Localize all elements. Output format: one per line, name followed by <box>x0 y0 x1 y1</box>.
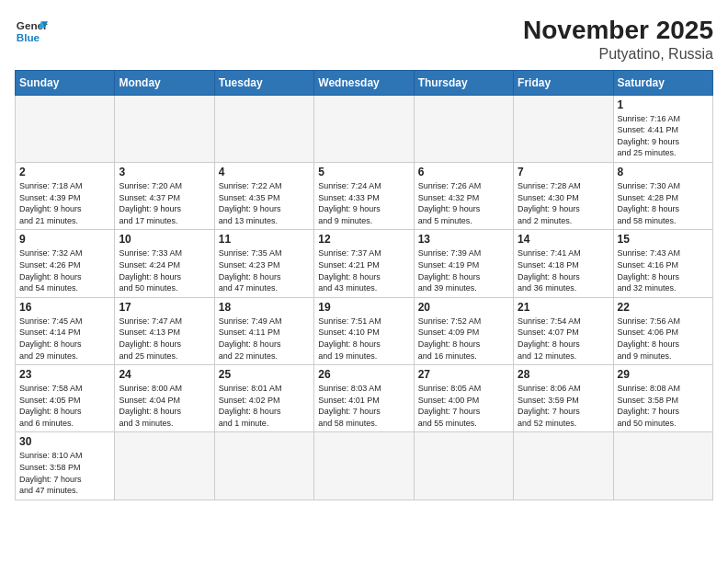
day-info: Sunrise: 7:58 AM Sunset: 4:05 PM Dayligh… <box>19 383 110 429</box>
day-info: Sunrise: 7:49 AM Sunset: 4:11 PM Dayligh… <box>219 316 310 362</box>
day-number: 4 <box>219 166 310 178</box>
day-number: 30 <box>19 435 110 448</box>
calendar-week-row: 1Sunrise: 7:16 AM Sunset: 4:41 PM Daylig… <box>16 95 713 162</box>
table-row: 21Sunrise: 7:54 AM Sunset: 4:07 PM Dayli… <box>514 297 613 364</box>
day-number: 24 <box>119 368 210 381</box>
day-info: Sunrise: 7:20 AM Sunset: 4:37 PM Dayligh… <box>119 180 210 226</box>
table-row <box>414 432 513 500</box>
day-info: Sunrise: 8:08 AM Sunset: 3:58 PM Dayligh… <box>618 383 709 429</box>
table-row <box>514 432 613 500</box>
day-number: 2 <box>19 166 110 178</box>
day-number: 3 <box>119 166 210 178</box>
day-info: Sunrise: 7:37 AM Sunset: 4:21 PM Dayligh… <box>318 247 409 293</box>
day-number: 29 <box>618 368 709 381</box>
day-number: 14 <box>518 233 609 246</box>
svg-text:Blue: Blue <box>17 31 40 43</box>
day-number: 10 <box>119 233 210 246</box>
table-row: 13Sunrise: 7:39 AM Sunset: 4:19 PM Dayli… <box>414 230 513 297</box>
day-number: 8 <box>618 166 709 178</box>
day-info: Sunrise: 8:00 AM Sunset: 4:04 PM Dayligh… <box>119 383 210 429</box>
day-number: 20 <box>418 301 509 314</box>
calendar-week-row: 16Sunrise: 7:45 AM Sunset: 4:14 PM Dayli… <box>16 297 713 364</box>
day-number: 1 <box>618 98 709 111</box>
calendar-week-row: 23Sunrise: 7:58 AM Sunset: 4:05 PM Dayli… <box>16 365 713 432</box>
table-row: 14Sunrise: 7:41 AM Sunset: 4:18 PM Dayli… <box>514 230 613 297</box>
table-row <box>214 95 313 162</box>
day-info: Sunrise: 7:33 AM Sunset: 4:24 PM Dayligh… <box>119 247 210 293</box>
header-saturday: Saturday <box>613 70 712 95</box>
calendar-week-row: 9Sunrise: 7:32 AM Sunset: 4:26 PM Daylig… <box>16 230 713 297</box>
table-row: 12Sunrise: 7:37 AM Sunset: 4:21 PM Dayli… <box>314 230 414 297</box>
day-info: Sunrise: 8:03 AM Sunset: 4:01 PM Dayligh… <box>318 383 409 429</box>
day-info: Sunrise: 7:32 AM Sunset: 4:26 PM Dayligh… <box>19 247 110 293</box>
day-info: Sunrise: 7:30 AM Sunset: 4:28 PM Dayligh… <box>618 180 709 226</box>
day-number: 19 <box>318 301 409 314</box>
day-info: Sunrise: 7:47 AM Sunset: 4:13 PM Dayligh… <box>119 316 210 362</box>
table-row <box>514 95 613 162</box>
day-info: Sunrise: 7:22 AM Sunset: 4:35 PM Dayligh… <box>219 180 310 226</box>
table-row <box>613 432 712 500</box>
calendar-week-row: 30Sunrise: 8:10 AM Sunset: 3:58 PM Dayli… <box>16 432 713 500</box>
calendar-title: November 2025 <box>523 15 713 46</box>
table-row: 27Sunrise: 8:05 AM Sunset: 4:00 PM Dayli… <box>414 365 513 432</box>
table-row: 15Sunrise: 7:43 AM Sunset: 4:16 PM Dayli… <box>613 230 712 297</box>
day-number: 11 <box>219 233 310 246</box>
day-info: Sunrise: 7:51 AM Sunset: 4:10 PM Dayligh… <box>318 316 409 362</box>
table-row: 24Sunrise: 8:00 AM Sunset: 4:04 PM Dayli… <box>115 365 214 432</box>
header-monday: Monday <box>115 70 214 95</box>
table-row <box>115 95 214 162</box>
day-info: Sunrise: 7:45 AM Sunset: 4:14 PM Dayligh… <box>19 316 110 362</box>
day-number: 16 <box>19 301 110 314</box>
day-number: 9 <box>19 233 110 246</box>
table-row <box>16 95 115 162</box>
table-row <box>314 95 414 162</box>
table-row: 7Sunrise: 7:28 AM Sunset: 4:30 PM Daylig… <box>514 162 613 229</box>
day-number: 15 <box>618 233 709 246</box>
table-row: 6Sunrise: 7:26 AM Sunset: 4:32 PM Daylig… <box>414 162 513 229</box>
day-info: Sunrise: 8:01 AM Sunset: 4:02 PM Dayligh… <box>219 383 310 429</box>
calendar-table: Sunday Monday Tuesday Wednesday Thursday… <box>15 70 713 500</box>
table-row: 18Sunrise: 7:49 AM Sunset: 4:11 PM Dayli… <box>214 297 313 364</box>
header-wednesday: Wednesday <box>314 70 414 95</box>
day-number: 28 <box>518 368 609 381</box>
day-number: 13 <box>418 233 509 246</box>
day-info: Sunrise: 7:35 AM Sunset: 4:23 PM Dayligh… <box>219 247 310 293</box>
day-info: Sunrise: 7:56 AM Sunset: 4:06 PM Dayligh… <box>618 316 709 362</box>
day-number: 26 <box>318 368 409 381</box>
day-info: Sunrise: 7:24 AM Sunset: 4:33 PM Dayligh… <box>318 180 409 226</box>
day-info: Sunrise: 8:10 AM Sunset: 3:58 PM Dayligh… <box>19 450 110 496</box>
day-number: 25 <box>219 368 310 381</box>
calendar-subtitle: Putyatino, Russia <box>523 46 713 63</box>
table-row: 4Sunrise: 7:22 AM Sunset: 4:35 PM Daylig… <box>214 162 313 229</box>
table-row <box>414 95 513 162</box>
day-number: 12 <box>318 233 409 246</box>
table-row: 22Sunrise: 7:56 AM Sunset: 4:06 PM Dayli… <box>613 297 712 364</box>
table-row: 20Sunrise: 7:52 AM Sunset: 4:09 PM Dayli… <box>414 297 513 364</box>
weekday-header-row: Sunday Monday Tuesday Wednesday Thursday… <box>16 70 713 95</box>
day-info: Sunrise: 7:41 AM Sunset: 4:18 PM Dayligh… <box>518 247 609 293</box>
table-row <box>314 432 414 500</box>
header-thursday: Thursday <box>414 70 513 95</box>
table-row: 28Sunrise: 8:06 AM Sunset: 3:59 PM Dayli… <box>514 365 613 432</box>
day-number: 23 <box>19 368 110 381</box>
logo-icon: General Blue <box>15 15 48 48</box>
table-row: 29Sunrise: 8:08 AM Sunset: 3:58 PM Dayli… <box>613 365 712 432</box>
day-info: Sunrise: 8:05 AM Sunset: 4:00 PM Dayligh… <box>418 383 509 429</box>
header-friday: Friday <box>514 70 613 95</box>
day-number: 22 <box>618 301 709 314</box>
day-number: 21 <box>518 301 609 314</box>
table-row: 25Sunrise: 8:01 AM Sunset: 4:02 PM Dayli… <box>214 365 313 432</box>
day-info: Sunrise: 7:43 AM Sunset: 4:16 PM Dayligh… <box>618 247 709 293</box>
table-row: 8Sunrise: 7:30 AM Sunset: 4:28 PM Daylig… <box>613 162 712 229</box>
table-row: 9Sunrise: 7:32 AM Sunset: 4:26 PM Daylig… <box>16 230 115 297</box>
day-info: Sunrise: 8:06 AM Sunset: 3:59 PM Dayligh… <box>518 383 609 429</box>
title-block: November 2025 Putyatino, Russia <box>523 15 713 63</box>
day-number: 17 <box>119 301 210 314</box>
day-info: Sunrise: 7:54 AM Sunset: 4:07 PM Dayligh… <box>518 316 609 362</box>
table-row: 2Sunrise: 7:18 AM Sunset: 4:39 PM Daylig… <box>16 162 115 229</box>
table-row: 5Sunrise: 7:24 AM Sunset: 4:33 PM Daylig… <box>314 162 414 229</box>
table-row <box>214 432 313 500</box>
table-row: 23Sunrise: 7:58 AM Sunset: 4:05 PM Dayli… <box>16 365 115 432</box>
calendar-week-row: 2Sunrise: 7:18 AM Sunset: 4:39 PM Daylig… <box>16 162 713 229</box>
day-number: 18 <box>219 301 310 314</box>
